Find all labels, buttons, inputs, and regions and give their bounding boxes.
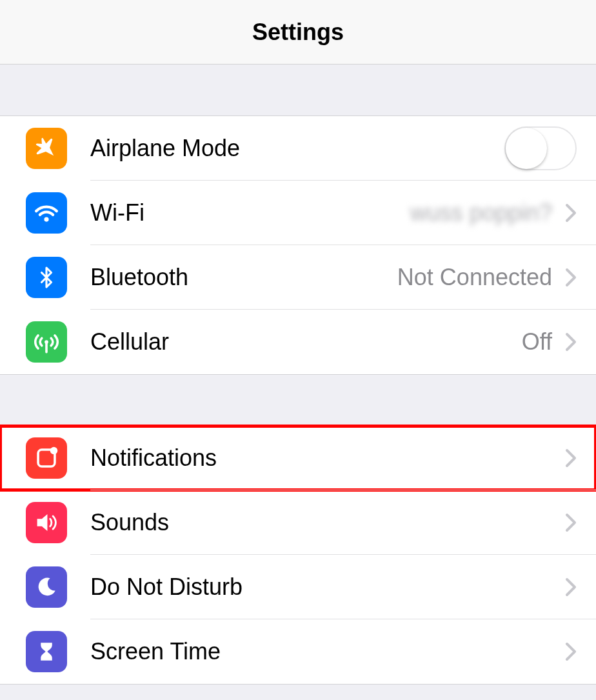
settings-section: NotificationsSoundsDo Not DisturbScreen … xyxy=(0,426,596,685)
chevron-right-icon xyxy=(565,203,577,223)
settings-row-cellular[interactable]: CellularOff xyxy=(0,310,596,374)
settings-row-screentime[interactable]: Screen Time xyxy=(0,619,596,684)
row-label: Sounds xyxy=(90,509,565,536)
settings-row-notifications[interactable]: Notifications xyxy=(0,426,596,490)
settings-row-wifi[interactable]: Wi-Fiwuss poppin? xyxy=(0,181,596,245)
dnd-icon xyxy=(26,566,67,608)
chevron-right-icon xyxy=(565,332,577,352)
settings-row-airplane[interactable]: Airplane Mode xyxy=(0,116,596,181)
row-label: Notifications xyxy=(90,445,565,472)
toggle-knob xyxy=(506,128,547,169)
row-value: Off xyxy=(522,328,552,355)
settings-section: Airplane ModeWi-Fiwuss poppin?BluetoothN… xyxy=(0,116,596,374)
row-label: Do Not Disturb xyxy=(90,574,565,601)
row-label: Screen Time xyxy=(90,638,565,665)
svg-point-0 xyxy=(44,217,48,221)
section-spacer xyxy=(0,374,596,426)
row-value: Not Connected xyxy=(397,264,552,291)
settings-row-bluetooth[interactable]: BluetoothNot Connected xyxy=(0,245,596,310)
screentime-icon xyxy=(26,631,67,672)
chevron-right-icon xyxy=(565,448,577,468)
wifi-icon xyxy=(26,192,67,234)
airplane-icon xyxy=(26,128,67,169)
chevron-right-icon xyxy=(565,642,577,661)
sounds-icon xyxy=(26,502,67,543)
settings-row-dnd[interactable]: Do Not Disturb xyxy=(0,555,596,619)
section-spacer xyxy=(0,65,596,116)
settings-row-sounds[interactable]: Sounds xyxy=(0,490,596,555)
page-title: Settings xyxy=(252,19,344,46)
notifications-icon xyxy=(26,437,67,479)
svg-point-4 xyxy=(50,447,58,455)
chevron-right-icon xyxy=(565,577,577,597)
bluetooth-icon xyxy=(26,257,67,298)
row-label: Bluetooth xyxy=(90,264,397,291)
toggle-airplane[interactable] xyxy=(504,126,577,170)
row-label: Cellular xyxy=(90,328,522,355)
chevron-right-icon xyxy=(565,513,577,532)
header-bar: Settings xyxy=(0,0,596,65)
row-label: Airplane Mode xyxy=(90,135,504,162)
row-label: Wi-Fi xyxy=(90,199,410,226)
chevron-right-icon xyxy=(565,268,577,287)
cellular-icon xyxy=(26,321,67,363)
row-value: wuss poppin? xyxy=(410,199,552,226)
